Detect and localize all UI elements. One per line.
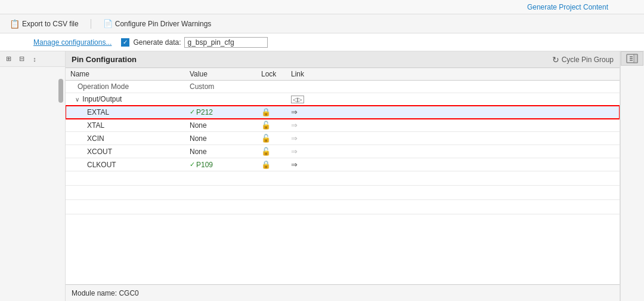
xcout-lock[interactable]: 🔓 [256,145,286,158]
configure-icon: 📄 [103,19,113,28]
table-row [66,200,620,214]
col-link-header: Link [286,68,316,81]
right-sidebar [620,51,644,301]
sidebar-content [0,67,65,301]
table-row: XTAL None 🔓 ⇒ [66,119,620,132]
sidebar-icons-bar: ⊞ ⊟ ↕ [0,51,65,67]
unlock-icon[interactable]: 🔓 [261,121,271,130]
arrow-icon[interactable]: ⇒ [291,121,298,130]
cycle-pin-group-button[interactable]: ↻ Cycle Pin Group [552,55,614,64]
extal-row[interactable]: EXTAL ✓ P212 🔒 ⇒ [66,106,620,119]
xcin-link[interactable]: ⇒ [286,132,316,145]
manage-configurations-link[interactable]: Manage configurations... [33,38,112,47]
content-panel: Pin Configuration ↻ Cycle Pin Group Name… [66,51,620,301]
table-row: XCOUT None 🔓 ⇒ [66,145,620,158]
check-icon: ✓ [190,161,195,168]
col-empty-3 [495,68,620,81]
group-link: ◁▷ [286,93,316,106]
col-value-header: Value [185,68,256,81]
op-mode-lock [256,81,286,93]
group-expand-icon[interactable]: ∨ [75,96,79,103]
sidebar-scrollbar-thumb[interactable] [58,79,63,103]
toolbar-separator [91,19,91,29]
unlock-icon[interactable]: 🔓 [261,134,271,143]
top-right-panel-icon[interactable] [621,51,643,66]
generate-data-checkbox[interactable]: ✓ [121,38,129,47]
xcin-value: None [185,132,256,145]
unlock-icon[interactable]: 🔓 [261,147,271,156]
config-bar: Manage configurations... ✓ Generate data… [0,33,644,51]
clkout-value: ✓ P109 [185,158,256,171]
table-row [66,186,620,200]
clkout-value-check: ✓ P109 [190,161,252,169]
clkout-link[interactable]: ⇒ [286,158,316,171]
lock-icon[interactable]: 🔒 [261,108,271,116]
table-row: XCIN None 🔓 ⇒ [66,132,620,145]
table-row [66,171,620,186]
generate-project-content-link[interactable]: Generate Project Content [527,3,608,11]
clkout-name: CLKOUT [66,158,185,171]
export-csv-button[interactable]: 📋 Export to CSV file [7,18,81,30]
xcin-lock[interactable]: 🔓 [256,132,286,145]
table-row: ∨ Input/Output ◁▷ [66,93,620,106]
group-link-arrows[interactable]: ◁▷ [291,96,304,103]
arrow-icon[interactable]: ⇒ [291,134,298,143]
xcout-value: None [185,145,256,158]
lock-icon[interactable]: 🔒 [261,160,271,169]
arrow-icon[interactable]: ⇒ [291,160,298,169]
left-sidebar: ⊞ ⊟ ↕ [0,51,66,301]
expand-all-button[interactable]: ⊞ [2,53,14,65]
col-empty-1 [316,68,405,81]
top-bar: Generate Project Content [0,0,644,14]
toolbar: 📋 Export to CSV file 📄 Configure Pin Dri… [0,14,644,33]
group-lock [256,93,286,106]
module-name-label: Module name: [72,289,117,297]
svg-rect-1 [634,54,637,63]
sort-button[interactable]: ↕ [29,53,41,65]
module-footer: Module name: CGC0 [66,284,620,301]
extal-name: EXTAL [66,106,185,119]
extal-lock[interactable]: 🔒 [256,106,286,119]
col-empty-2 [405,68,495,81]
arrow-icon[interactable]: ⇒ [291,147,298,156]
main-area: ⊞ ⊟ ↕ Pin Configuration ↻ Cycle Pin Grou… [0,51,644,301]
xcout-link[interactable]: ⇒ [286,145,316,158]
panel-toggle-icon [626,54,638,63]
generate-data-label: Generate data: [133,38,181,47]
col-name-header: Name [66,68,185,81]
table-row: Operation Mode Custom [66,81,620,93]
xtal-link[interactable]: ⇒ [286,119,316,132]
extal-value: ✓ P212 [185,106,256,119]
xtal-value: None [185,119,256,132]
export-icon: 📋 [10,19,20,29]
panel-header: Pin Configuration ↻ Cycle Pin Group [66,51,620,68]
group-value [185,93,256,106]
panel-title: Pin Configuration [72,55,137,64]
configure-warnings-button[interactable]: 📄 Configure Pin Driver Warnings [101,18,214,29]
generate-data-section: ✓ Generate data: [121,37,268,48]
op-mode-value: Custom [185,81,256,93]
xtal-name: XTAL [66,119,185,132]
table-container: Name Value Lock Link Operation Mode Cust… [66,68,620,284]
cycle-icon: ↻ [552,55,559,64]
collapse-all-button[interactable]: ⊟ [16,53,27,65]
pin-config-table: Name Value Lock Link Operation Mode Cust… [66,68,620,214]
arrow-icon[interactable]: ⇒ [291,108,298,116]
generate-data-input[interactable] [184,37,268,48]
xcin-name: XCIN [66,132,185,145]
op-mode-link [286,81,316,93]
group-name: ∨ Input/Output [66,93,185,106]
xcout-name: XCOUT [66,145,185,158]
table-row: CLKOUT ✓ P109 🔒 ⇒ [66,158,620,171]
extal-value-check: ✓ P212 [190,108,252,116]
clkout-lock[interactable]: 🔒 [256,158,286,171]
check-icon: ✓ [190,108,195,116]
module-name-value: CGC0 [119,289,138,297]
op-mode-name: Operation Mode [66,81,185,93]
col-lock-header: Lock [256,68,286,81]
extal-link[interactable]: ⇒ [286,106,316,119]
xtal-lock[interactable]: 🔓 [256,119,286,132]
